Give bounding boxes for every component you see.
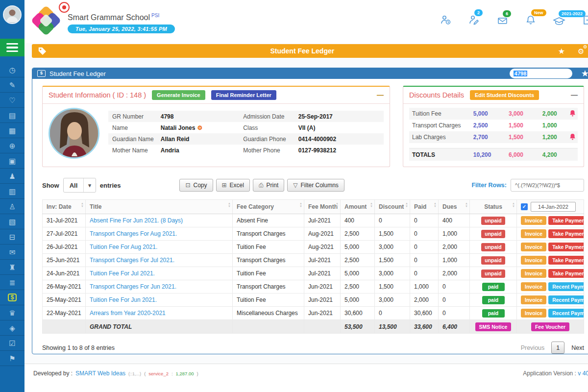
status-badge[interactable]: paid (482, 309, 505, 318)
payment-action-button[interactable]: Take Payment (548, 243, 584, 251)
column-header-status[interactable]: Status▲▼ (470, 200, 517, 214)
status-badge[interactable]: paid (482, 296, 505, 304)
next-page-button[interactable]: Next (571, 344, 584, 351)
settings-gears-icon[interactable]: ⚙⚙ (578, 47, 588, 55)
panel-star-icon[interactable]: ★ (581, 68, 588, 79)
status-badge[interactable]: unpaid (481, 217, 505, 225)
export-button[interactable]: ⎙ Print (253, 179, 284, 192)
sidebar-item[interactable]: ▧ (0, 214, 24, 229)
invoice-button[interactable]: Invoice (521, 282, 546, 291)
reminder-bell-icon[interactable] (567, 110, 578, 118)
column-header-title[interactable]: Title▲▼ (86, 200, 233, 214)
status-badge[interactable]: unpaid (481, 256, 505, 265)
sidebar-item[interactable]: ⊕ (0, 138, 24, 153)
fee-title-link[interactable]: Transport Charges For Jul 2021. (90, 257, 174, 264)
sidebar-item[interactable]: $ (0, 290, 24, 305)
sidebar-item[interactable]: ⚑ (0, 351, 24, 366)
fee-title-link[interactable]: Transport Charges For Jun 2021. (90, 283, 176, 290)
sidebar-item[interactable]: ✉ (0, 245, 24, 260)
column-header-amount[interactable]: Amount▲▼ (341, 200, 375, 214)
column-header-paid[interactable]: Paid▲▼ (410, 200, 439, 214)
payment-action-button[interactable]: Take Payment (548, 269, 584, 278)
column-header-fee-month[interactable]: Fee Month▲▼ (304, 200, 341, 214)
page-size-select[interactable]: All ▾ (63, 178, 96, 193)
invoice-button[interactable]: Invoice (521, 295, 546, 304)
sidebar-item[interactable]: ▥ (0, 184, 24, 199)
payment-action-button[interactable]: Take Payment (548, 229, 584, 238)
invoice-button[interactable]: Invoice (521, 216, 546, 225)
column-header-discount[interactable]: Discount▲▼ (375, 200, 410, 214)
reminder-bell-icon[interactable] (567, 133, 578, 142)
collapse-student-card-icon[interactable]: — (377, 91, 384, 99)
invoice-button[interactable]: Invoice (521, 309, 546, 318)
messages-icon[interactable]: 6 (497, 16, 509, 25)
sidebar-item[interactable]: ▦ (0, 123, 24, 138)
status-badge[interactable]: unpaid (481, 230, 505, 238)
logout-icon[interactable] (582, 15, 588, 25)
sidebar-item[interactable]: ≣ (0, 275, 24, 290)
column-header-inv-date[interactable]: Inv: Date▲▼ (43, 200, 86, 214)
sidebar-item[interactable]: ▣ (0, 153, 24, 169)
column-header-fee-category[interactable]: Fee Category▲▼ (233, 200, 304, 214)
export-button[interactable]: ▽ Filter Columns (287, 179, 344, 192)
fee-title-link[interactable]: Tuition Fee For Aug 2021. (90, 244, 157, 250)
final-reminder-letter-button[interactable]: Final Reminder Letter (211, 90, 276, 100)
favorite-star-icon[interactable]: ★ (558, 47, 565, 56)
collapse-discounts-card-icon[interactable]: — (571, 91, 578, 99)
status-badge[interactable]: unpaid (481, 270, 505, 278)
page-number-button[interactable]: 1 (551, 342, 564, 354)
edit-student-discounts-button[interactable]: Edit Student Discounts (470, 90, 539, 100)
sidebar-item[interactable]: ◷ (0, 62, 24, 77)
sidebar-item[interactable]: ♙ (0, 199, 24, 214)
invoice-button[interactable]: Invoice (521, 229, 546, 238)
developer-link[interactable]: SMART Web Ideas (75, 370, 125, 377)
payment-action-button[interactable]: Recent Payment (548, 309, 584, 318)
invoice-button[interactable]: Invoice (521, 243, 546, 251)
academic-year-icon[interactable]: 2021-2022 (553, 16, 565, 25)
status-badge[interactable]: unpaid (481, 243, 505, 251)
filter-rows-input[interactable] (511, 179, 584, 192)
generate-invoice-button[interactable]: Generate Invoice (152, 90, 205, 100)
column-header-dues[interactable]: Dues▲▼ (439, 200, 470, 214)
invoice-date-cell: 27-Jul-2021 (43, 227, 86, 241)
date-filter-input[interactable] (531, 202, 576, 212)
user-clock-icon[interactable] (440, 15, 452, 25)
status-badge[interactable]: paid (482, 283, 505, 291)
fee-title-link[interactable]: Absent Fine For Jun 2021. (8 Days) (90, 217, 183, 224)
sidebar-item[interactable]: ♛ (0, 305, 24, 320)
tag-icon[interactable] (38, 47, 47, 55)
export-button[interactable]: ⊡ Copy (179, 179, 213, 192)
invoice-button[interactable]: Invoice (521, 269, 546, 278)
student-approvals-icon[interactable]: 2 (468, 15, 480, 25)
sidebar-item[interactable]: ☑ (0, 336, 24, 351)
sidebar-item[interactable]: ▤ (0, 108, 24, 123)
export-button[interactable]: ⊞ Excel (216, 179, 250, 192)
fee-title-link[interactable]: Arrears from Year 2020-2021 (90, 310, 166, 317)
sponsor-gear-icon[interactable]: ⚙ (197, 124, 202, 131)
student-photo[interactable] (49, 108, 99, 159)
panel-title: Student Fee Ledger (49, 70, 510, 77)
previous-page-button[interactable]: Previous (521, 344, 545, 351)
sidebar-item[interactable]: ♡ (0, 93, 24, 108)
payment-action-button[interactable]: Recent Payment (548, 282, 584, 291)
fee-title-link[interactable]: Transport Charges For Aug 2021. (90, 230, 177, 237)
sidebar-item[interactable]: ♜ (0, 260, 24, 275)
sms-notice-button[interactable]: SMS Notice (475, 322, 512, 331)
gr-number-search-input[interactable]: 4798 (510, 69, 572, 78)
payment-action-button[interactable]: Take Payment (548, 256, 584, 265)
sidebar-item[interactable]: ♟ (0, 169, 24, 184)
date-filter-checkbox[interactable]: ✓ (521, 203, 528, 210)
fee-voucher-button[interactable]: Fee Voucher (531, 322, 569, 331)
notifications-bell-icon[interactable]: New (525, 15, 536, 25)
fee-title-link[interactable]: Tuition Fee For Jul 2021. (90, 270, 155, 277)
menu-toggle-button[interactable] (0, 39, 24, 56)
school-logo[interactable] (32, 8, 60, 35)
invoice-button[interactable]: Invoice (521, 256, 546, 265)
payment-action-button[interactable]: Take Payment (548, 216, 584, 225)
payment-action-button[interactable]: Recent Payment (548, 295, 584, 304)
user-avatar[interactable] (3, 5, 22, 24)
sidebar-item[interactable]: ⊟ (0, 229, 24, 245)
sidebar-item[interactable]: ◈ (0, 320, 24, 336)
sidebar-item[interactable]: ✎ (0, 77, 24, 93)
fee-title-link[interactable]: Tuition Fee For Jun 2021. (90, 296, 157, 303)
